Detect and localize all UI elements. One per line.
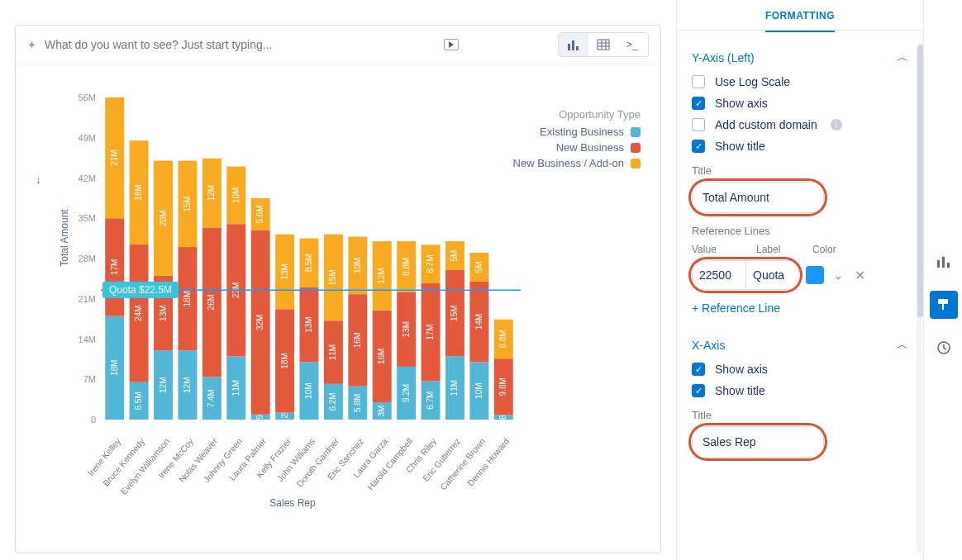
bar-value-label: 15M [450, 305, 459, 320]
legend-swatch [631, 127, 641, 137]
bar-value-label: 9.8M [498, 377, 507, 396]
bar-value-label: 6.7M [426, 254, 435, 273]
bar-value-label: 5M [474, 261, 483, 273]
svg-rect-20 [942, 257, 945, 268]
bar-value-label: 13M [280, 263, 289, 279]
query-view-icon[interactable]: >_ [618, 33, 648, 56]
bar-value-label: 11M [450, 380, 459, 396]
reference-line-badge: Quota $22.5M [102, 282, 179, 298]
bar-value-label: 10M [304, 382, 313, 398]
x-tick-label: Evelyn Williamson [164, 436, 171, 443]
checkbox-show-y-axis[interactable] [692, 97, 705, 110]
label-show-x-axis: Show axis [715, 363, 768, 376]
svg-text:49M: 49M [79, 133, 96, 143]
x-tick-label: Irene Kelley [115, 436, 122, 443]
stacked-bar-chart: 07M14M21M28M35M42M49M56M18M17M21M6.5M24M… [57, 89, 528, 436]
svg-rect-0 [568, 44, 570, 50]
ref-remove-icon[interactable]: ✕ [855, 268, 865, 283]
checkbox-show-x-axis[interactable] [692, 363, 705, 376]
bar-value-label: 11M [328, 344, 337, 360]
bar-value-label: 13M [159, 305, 168, 320]
table-view-icon[interactable] [588, 33, 618, 56]
ai-sparkle-icon: ✦ [27, 39, 36, 51]
x-tick-label: Catherine Brown [479, 436, 487, 443]
panel-scrollbar-thumb[interactable] [917, 45, 923, 317]
legend-item[interactable]: New Business / Add-on [513, 157, 641, 169]
bar-value-label: 12M [159, 377, 168, 392]
rail-chart-icon[interactable] [930, 248, 958, 276]
bar-value-label: 18M [183, 291, 192, 306]
x-tick-label: Harold Campbell [407, 436, 414, 443]
x-axis-tick-labels: Irene KelleyBruce KennedyEvelyn Williams… [57, 436, 528, 494]
checkbox-use-log[interactable] [692, 75, 705, 88]
ref-lines-label: Reference Lines [692, 225, 908, 237]
bar-value-label: 20M [159, 211, 168, 226]
bar-value-label: 16M [353, 332, 362, 348]
bar-value-label: 14M [474, 314, 483, 330]
bar-value-label: 5.6M [255, 205, 264, 223]
x-tick-label: Chris Riley [431, 436, 438, 443]
run-query-button[interactable] [444, 39, 459, 50]
bar-value-label: 15M [183, 196, 192, 211]
svg-rect-3 [598, 40, 609, 50]
info-icon[interactable]: i [831, 119, 842, 131]
bar-value-label: 21M [110, 149, 119, 165]
bar-value-label: 6.2M [328, 392, 337, 411]
svg-text:14M: 14M [79, 335, 96, 344]
bar-value-label: 5.8M [353, 394, 362, 412]
legend-item[interactable]: New Business [513, 141, 641, 154]
add-reference-line[interactable]: + Reference Line [692, 301, 908, 315]
rail-paint-icon[interactable] [930, 291, 958, 319]
tab-formatting[interactable]: FORMATTING [677, 0, 923, 31]
svg-rect-19 [937, 260, 940, 268]
y-axis-title-input[interactable] [692, 182, 824, 213]
chevron-up-icon: ︿ [897, 50, 908, 65]
bar-value-label: 26M [207, 294, 216, 310]
svg-text:42M: 42M [79, 173, 96, 183]
x-tick-label: John Williams [309, 436, 317, 443]
svg-text:7M: 7M [83, 374, 96, 384]
ref-color-dropdown-icon[interactable] [831, 269, 843, 282]
checkbox-add-domain[interactable] [692, 118, 705, 131]
svg-text:35M: 35M [79, 213, 96, 223]
chevron-up-icon: ︿ [897, 338, 908, 353]
chart-panel: ✦ >_ ↓ Total Amount 07M14M21M28M35M42M49… [15, 25, 661, 553]
bar-value-label: 13M [304, 316, 313, 332]
nlq-input[interactable] [45, 38, 436, 51]
x-tick-label: Eric Gutierrez [455, 436, 462, 443]
ref-col-label: Label [756, 244, 806, 255]
x-tick-label: Kelly Frazier [285, 436, 293, 443]
legend: Opportunity Type Existing BusinessNew Bu… [513, 108, 641, 173]
bar-value-label: 18M [280, 353, 289, 368]
ref-value-input[interactable] [693, 261, 745, 289]
svg-rect-21 [947, 263, 950, 268]
x-tick-label: Nolas Weaver [212, 436, 219, 443]
bar-value-label: 3M [377, 406, 386, 417]
svg-rect-22 [938, 299, 948, 304]
chart-view-icon[interactable] [559, 33, 588, 56]
bar-value-label: 32M [255, 315, 264, 330]
checkbox-show-y-title[interactable] [692, 140, 705, 153]
section-y-axis[interactable]: Y-Axis (Left)︿ [692, 50, 908, 65]
bar-value-label: 10M [353, 258, 362, 273]
label-use-log: Use Log Scale [715, 75, 790, 88]
bar-value-label: 6.7M [426, 392, 435, 410]
section-x-axis[interactable]: X-Axis︿ [692, 338, 908, 353]
rail-history-icon[interactable] [930, 334, 958, 362]
legend-title: Opportunity Type [513, 108, 641, 121]
bar-value-label: 8.5M [304, 254, 313, 272]
x-tick-label: Laura Palmer [260, 436, 268, 443]
legend-item[interactable]: Existing Business [513, 126, 641, 138]
bar-value-label: 12M [207, 185, 216, 201]
bar-value-label: 18M [134, 184, 143, 200]
bar-value-label: 11M [231, 380, 240, 396]
bar-value-label: 16M [377, 349, 386, 364]
view-switch: >_ [558, 32, 649, 57]
checkbox-show-x-title[interactable] [692, 384, 705, 397]
svg-text:56M: 56M [79, 93, 96, 102]
x-axis-title-input[interactable] [692, 426, 824, 458]
x-tick-label: Johnny Green [236, 436, 244, 443]
bar-value-label: 17M [426, 324, 435, 339]
ref-color-swatch[interactable] [806, 266, 824, 284]
ref-label-input[interactable] [745, 261, 798, 289]
